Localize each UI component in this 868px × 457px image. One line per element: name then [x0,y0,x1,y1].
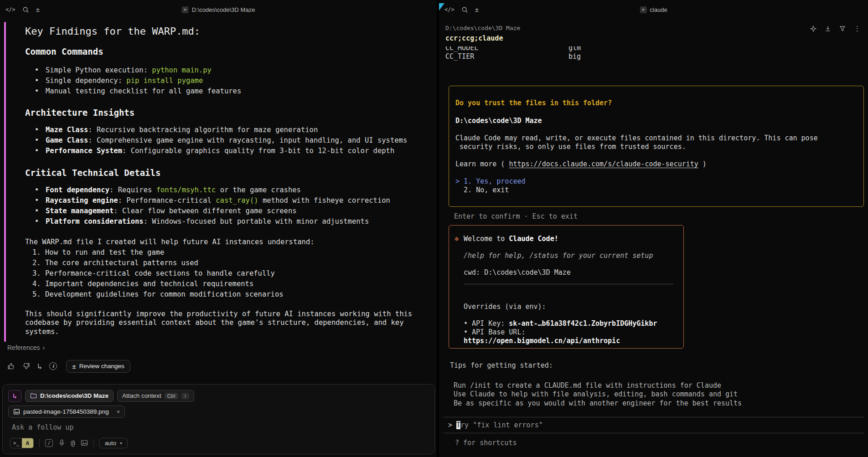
left-tab[interactable]: > D:\codes\code\3D Maze [182,6,255,13]
option-yes-proceed[interactable]: > 1. Yes, proceed [455,177,856,186]
body-line: security risks, so only use files from t… [455,143,856,151]
left-terminal-pane: </> ± > D:\codes\code\3D Maze Key Findin… [0,0,437,457]
section-heading-architecture: Architecture Insights [25,107,429,118]
paragraph-line: systems. [25,328,429,336]
env-name: CC_MODEL [445,46,568,52]
ai-mode-icon[interactable]: A [22,438,33,448]
list-item: •Performance System: Configurable graphi… [25,146,429,156]
spark-asterisk-icon: ✻ [455,235,464,243]
api-base-url-value: https://open.bigmodel.cn/api/anthropic [455,337,677,345]
prompt-placeholder: ry "fix lint errors" [460,421,543,429]
bullet-glyph: • [35,65,46,76]
working-directory-label: D:\codes\code\3D Maze [40,392,108,399]
trust-options: > 1. Yes, proceed 2. No, exit [455,177,856,195]
bullet-text: : Comprehensive game engine with raycast… [88,135,407,146]
slash-command-icon[interactable]: / [45,439,53,447]
chevron-right-icon: › [43,344,45,351]
pasted-image-chip[interactable]: pasted-image-1758450389.png × [8,406,125,418]
attach-context-chip[interactable]: Attach context Ctrl ↑ [117,390,194,402]
bullet-glyph: • [35,206,46,216]
trust-dialog-path: D:\codes\code\3D Maze [455,117,856,125]
right-header-icons: </> ± [444,6,479,13]
more-options-icon[interactable]: ⋮ [854,25,861,33]
working-directory-chip[interactable]: D:\codes\code\3D Maze [25,390,114,402]
prompt-marker: > [448,421,456,429]
search-icon[interactable] [22,6,29,13]
attach-image-icon[interactable] [81,440,88,446]
reply-arrow-icon[interactable]: ↳ [37,362,42,371]
plus-minus-icon[interactable]: ± [475,6,479,13]
welcome-separator [464,284,673,284]
option-no-exit[interactable]: 2. No, exit [455,186,856,195]
input-mode-toggle: >_ A [10,438,34,448]
confirm-hint-text: Enter to confirm · Esc to exit [454,212,868,221]
thumbs-up-icon[interactable] [7,362,15,370]
bullet-lead: Platform considerations [46,216,144,227]
filter-icon[interactable] [839,26,846,32]
ai-response-block: Key Findings for the WARP.md: Common Com… [4,22,437,342]
bullet-text: or the game crashes [216,185,301,195]
command-text[interactable]: ccr;ccg;claude [445,34,861,43]
search-icon[interactable] [461,6,468,13]
list-item: •Raycasting engine: Performance-critical… [25,195,429,206]
inline-code: pip install pygame [126,76,203,86]
bullet-glyph: • [35,135,46,146]
bullet-glyph: • [35,125,46,135]
review-changes-button[interactable]: ± Review changes [66,360,130,373]
list-item: •Simple Python execution: python main.py [25,65,429,76]
bullet-glyph: • [35,195,46,206]
info-icon[interactable]: i [49,362,57,370]
block-action-icons: ⋮ [810,25,861,33]
welcome-prefix: Welcome to [464,235,509,243]
references-link[interactable]: References › [7,344,45,351]
model-select-dropdown[interactable]: auto ▾ [99,438,128,448]
diff-icon: ± [72,363,76,370]
code-blocks-icon[interactable]: </> [5,6,16,13]
follow-up-arrow-chip[interactable]: ↳ [8,390,21,402]
security-docs-link[interactable]: https://docs.claude.com/s/claude-code-se… [509,160,698,168]
claude-prompt-input[interactable]: > Try "fix lint errors" [439,417,868,433]
numbered-item: 5. Development guidelines for common mod… [25,289,429,300]
text-cursor: T [456,421,460,429]
welcome-subtitle: /help for help, /status for your current… [455,252,677,260]
right-tab[interactable]: > claude [640,6,667,13]
bookmark-sparkle-icon[interactable] [810,26,816,32]
bullet-text: method with fisheye correction [258,195,390,206]
list-item: •Game Class: Comprehensive game engine w… [25,135,429,146]
bullet-lead: Font dependency [46,185,109,195]
folder-icon [31,394,36,398]
api-base-label-line: • API Base URL: [455,328,677,337]
architecture-list: •Maze Class: Recursive backtracking algo… [25,125,429,156]
up-arrow-keycap: ↑ [181,393,190,399]
references-label: References [7,344,40,351]
plus-minus-icon[interactable]: ± [36,6,40,13]
api-key-value: sk-ant-…b61a38f42c1.ZobyrbIDGHyGikbr [509,319,657,328]
bullet-glyph: • [35,146,46,156]
list-item: •Platform considerations: Windows-focuse… [25,216,429,227]
microphone-icon[interactable] [58,439,65,447]
bullet-glyph: • [35,76,46,86]
toolbar-divider [39,439,40,447]
command-block-header: D:\codes\code\3D Maze ccr;ccg;claude ⋮ [439,19,868,43]
list-item: •Manual testing checklist for all game f… [25,86,429,97]
list-item: •Font dependency: Requires fonts/msyh.tt… [25,185,429,195]
bullet-text: : Performance-critical [118,195,216,206]
model-select-value: auto [105,440,116,447]
follow-up-input[interactable]: Ask a follow up [8,423,429,431]
bullet-text: : Clear flow between different game scre… [114,206,296,216]
trust-dialog-body: Claude Code may read, write, or execute … [455,134,856,151]
terminal-mode-icon[interactable]: >_ [10,438,22,448]
tips-lines: Run /init to create a CLAUDE.md file wit… [439,381,868,408]
env-value: glm [568,46,581,52]
list-item: •State management: Clear flow between di… [25,206,429,216]
download-icon[interactable] [825,26,831,32]
mention-icon[interactable]: @ [71,439,75,447]
thumbs-down-icon[interactable] [22,362,30,370]
code-blocks-icon[interactable]: </> [444,6,455,13]
response-paragraph: The WARP.md file I created will help fut… [25,237,429,247]
composer-input-box[interactable]: ↳ D:\codes\code\3D Maze Attach context C… [2,384,435,454]
tip-line: Be as specific as you would with another… [439,399,868,408]
attach-context-label: Attach context [122,392,161,399]
close-icon[interactable]: × [117,408,120,415]
command-path: D:\codes\code\3D Maze [445,25,861,32]
